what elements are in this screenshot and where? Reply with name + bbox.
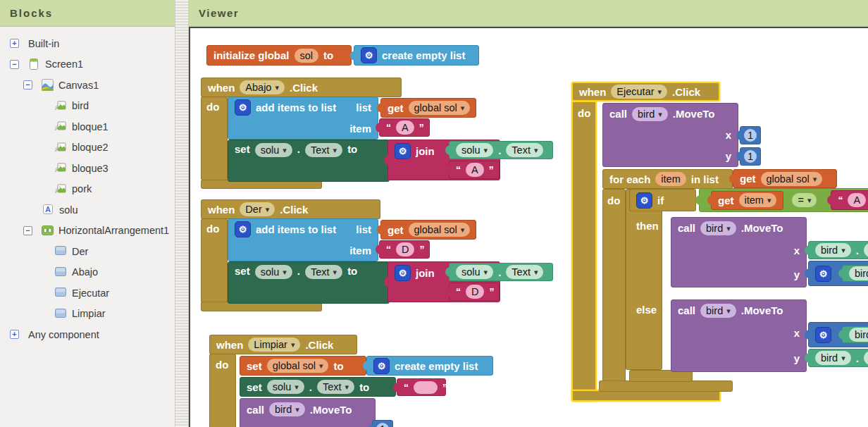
block-text-d2-der[interactable]: “ D ” — [449, 283, 500, 301]
property-dropdown-text[interactable]: Text▾ — [317, 380, 354, 394]
mutator-gear-icon[interactable]: ⚙ — [395, 265, 411, 281]
operator-dropdown[interactable]: =▾ — [792, 193, 817, 207]
property-dropdown-text[interactable]: Text▾ — [305, 143, 342, 157]
block-call-bird-moveto-else[interactable]: call bird▾ .MoveTo x y — [671, 299, 807, 372]
loop-variable-field[interactable]: item — [655, 172, 686, 186]
mutator-gear-icon[interactable]: ⚙ — [636, 192, 652, 209]
component-dropdown-bird[interactable]: bird▾ — [269, 402, 305, 416]
component-dropdown-bird[interactable]: bird▾ — [700, 304, 736, 318]
tree-item-bloque3[interactable]: bloque3 — [0, 158, 175, 179]
component-dropdown-der[interactable]: Der▾ — [240, 202, 275, 216]
block-add-items-der[interactable]: ⚙add items to listlist item — [228, 218, 378, 261]
variable-dropdown[interactable]: global sol▾ — [409, 223, 471, 237]
block-when-der-header[interactable]: when Der▾ .Click — [201, 199, 380, 219]
mutator-gear-icon[interactable]: ⚙ — [395, 143, 411, 159]
component-dropdown-solu[interactable]: solu▾ — [255, 143, 292, 157]
tree-item-solu[interactable]: Asolu — [0, 199, 175, 221]
component-dropdown-solu[interactable]: solu▾ — [267, 380, 304, 394]
block-get-solu-text-abajo[interactable]: solu▾ . Text▾ — [449, 141, 553, 159]
number-value-field[interactable]: 1 — [744, 150, 757, 163]
block-if-body[interactable] — [626, 189, 662, 370]
tree-item-canvas1[interactable]: −Canvas1 — [0, 75, 175, 96]
block-add-items-abajo[interactable]: ⚙add items to listlist item — [228, 97, 378, 140]
tree-item-built-in[interactable]: +Built-in — [0, 33, 175, 54]
variable-dropdown[interactable]: global sol▾ — [267, 359, 329, 373]
block-for-each-header[interactable]: for each item in list — [602, 169, 733, 189]
mutator-gear-icon[interactable]: ⚙ — [373, 358, 390, 374]
variable-dropdown[interactable]: global sol▾ — [761, 172, 823, 186]
mutator-gear-icon[interactable]: ⚙ — [815, 327, 831, 343]
tree-item-pork[interactable]: pork — [0, 179, 175, 200]
block-when-ejecutar-body[interactable] — [571, 101, 597, 402]
text-value-field[interactable]: A — [466, 163, 484, 177]
component-dropdown-solu[interactable]: solu▾ — [456, 143, 493, 157]
block-get-global-sol-foreach[interactable]: get global sol▾ — [733, 169, 837, 188]
block-when-abajo-header[interactable]: when Abajo▾ .Click — [201, 78, 402, 97]
block-create-empty-list-1[interactable]: ⚙ create empty list — [354, 45, 479, 66]
block-text-d-der[interactable]: “ D ” — [379, 240, 430, 259]
block-initialize-global-sol[interactable]: initialize global sol to — [206, 45, 352, 66]
block-get-bird-y-else[interactable]: bird▾ . Y▾ — [808, 349, 868, 367]
tree-item-limpiar[interactable]: Limpiar — [0, 304, 175, 325]
text-value-field[interactable]: D — [396, 242, 414, 256]
mutator-gear-icon[interactable]: ⚙ — [235, 221, 251, 237]
property-dropdown-text[interactable]: Text▾ — [305, 265, 342, 279]
tree-item-screen1[interactable]: −Screen1 — [0, 54, 175, 75]
component-dropdown-bird[interactable]: bird▾ — [849, 266, 868, 280]
collapse-icon[interactable]: − — [10, 60, 19, 69]
block-set-solu-text-der[interactable]: set solu▾ . Text▾ to — [228, 261, 390, 304]
block-get-global-sol-abajo[interactable]: get global sol▾ — [380, 98, 476, 118]
component-dropdown-ejecutar[interactable]: Ejecutar▾ — [611, 85, 667, 99]
component-dropdown-bird[interactable]: bird▾ — [815, 351, 851, 365]
property-dropdown-y[interactable]: Y▾ — [864, 351, 868, 365]
component-dropdown-bird[interactable]: bird▾ — [632, 107, 668, 121]
block-text-a-condition[interactable]: “ A ” — [831, 190, 868, 210]
block-set-global-sol-limpiar[interactable]: set global sol▾ to — [240, 356, 366, 376]
mutator-gear-icon[interactable]: ⚙ — [361, 47, 377, 63]
mutator-gear-icon[interactable]: ⚙ — [815, 266, 831, 282]
property-dropdown-x[interactable]: X▾ — [864, 243, 868, 257]
block-get-global-sol-der[interactable]: get global sol▾ — [380, 220, 476, 240]
panel-splitter[interactable] — [175, 0, 189, 427]
block-number-1-y[interactable]: 1 — [740, 147, 761, 166]
block-get-bird-nested[interactable]: bird▾ — [842, 265, 868, 282]
expand-icon[interactable]: + — [10, 39, 19, 48]
block-set-solu-text-abajo[interactable]: set solu▾ . Text▾ to — [228, 140, 390, 182]
block-call-bird-moveto-then[interactable]: call bird▾ .MoveTo x y — [671, 217, 807, 287]
text-value-field[interactable] — [414, 381, 438, 394]
block-number-1-limpiar[interactable]: 1 — [372, 420, 393, 427]
tree-item-any-component[interactable]: +Any component — [0, 324, 175, 345]
variable-dropdown[interactable]: global sol▾ — [409, 101, 471, 115]
property-dropdown-text[interactable]: Text▾ — [506, 265, 543, 279]
component-dropdown-solu[interactable]: solu▾ — [456, 265, 493, 279]
block-text-a2-abajo[interactable]: “ A ” — [449, 161, 500, 179]
block-when-limpiar-header[interactable]: when Limpiar▾ .Click — [209, 335, 357, 354]
mutator-gear-icon[interactable]: ⚙ — [235, 99, 251, 116]
block-create-empty-list-2[interactable]: ⚙ create empty list — [366, 356, 493, 376]
text-value-field[interactable]: D — [466, 285, 484, 299]
component-dropdown-abajo[interactable]: Abajo▾ — [240, 80, 285, 94]
blocks-canvas[interactable]: initialize global sol to ⚙ create empty … — [189, 27, 868, 427]
tree-item-horizontalarrangement1[interactable]: −HorizontalArrangement1 — [0, 221, 175, 242]
block-get-solu-text-der[interactable]: solu▾ . Text▾ — [449, 263, 553, 281]
block-for-each-body[interactable] — [602, 189, 626, 382]
text-value-field[interactable]: A — [396, 120, 414, 135]
component-dropdown-solu[interactable]: solu▾ — [255, 265, 292, 279]
tree-item-bird[interactable]: bird — [0, 96, 175, 117]
block-for-each-foot[interactable] — [599, 380, 733, 392]
block-if-header[interactable]: ⚙ if — [629, 189, 696, 211]
tree-item-ejecutar[interactable]: Ejecutar — [0, 283, 175, 304]
tree-item-der[interactable]: Der — [0, 241, 175, 262]
collapse-icon[interactable]: − — [23, 226, 32, 235]
number-value-field[interactable]: 1 — [376, 423, 389, 427]
block-get-bird-x-then[interactable]: bird▾ . X▾ — [808, 241, 868, 259]
component-dropdown-bird[interactable]: bird▾ — [700, 221, 736, 235]
block-text-a-abajo[interactable]: “ A ” — [379, 118, 430, 137]
text-value-field[interactable]: A — [848, 193, 866, 207]
block-text-empty-limpiar[interactable]: “ ” — [397, 378, 446, 396]
component-dropdown-bird[interactable]: bird▾ — [815, 243, 851, 257]
variable-name-field[interactable]: sol — [294, 49, 319, 63]
block-get-bird-nested[interactable]: bird▾ — [842, 326, 868, 343]
component-dropdown-bird[interactable]: bird▾ — [849, 328, 868, 342]
number-value-field[interactable]: 1 — [744, 129, 757, 142]
